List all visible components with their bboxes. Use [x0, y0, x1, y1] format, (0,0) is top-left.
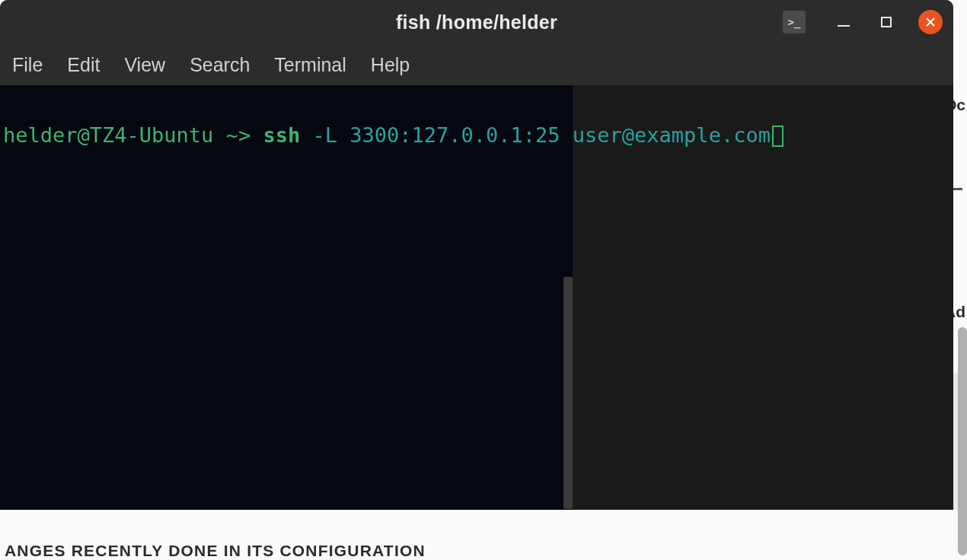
prompt-path: ~ — [226, 123, 238, 147]
command: ssh — [263, 123, 300, 147]
window-controls: >_ — [783, 10, 943, 34]
menubar: File Edit View Search Terminal Help — [0, 44, 953, 85]
page-scrollbar[interactable] — [958, 327, 967, 555]
window-titlebar[interactable]: fish /home/helder >_ — [0, 0, 953, 44]
cursor — [772, 126, 783, 147]
maximize-icon — [881, 17, 892, 27]
prompt-separator — [213, 123, 225, 147]
terminal-scrollbar[interactable] — [563, 277, 573, 509]
background-text-fragment: ANGES RECENTLY DONE IN ITS CONFIGURATION — [5, 542, 426, 560]
menu-terminal[interactable]: Terminal — [274, 54, 346, 76]
menu-edit[interactable]: Edit — [67, 54, 100, 76]
minimize-icon — [838, 25, 850, 27]
terminal-content[interactable]: helder@TZ4-Ubuntu ~> ssh -L 3300:127.0.0… — [0, 85, 573, 148]
terminal-window: fish /home/helder >_ File Edit View Sear… — [0, 0, 953, 510]
prompt-symbol-wrap: > — [238, 123, 263, 147]
terminal-body[interactable]: helder@TZ4-Ubuntu ~> ssh -L 3300:127.0.0… — [0, 85, 573, 510]
terminal-right-panel — [573, 85, 953, 510]
minimize-button[interactable] — [833, 11, 854, 33]
close-icon — [925, 17, 936, 27]
command-args: -L 3300:127.0.0.1:25 user@example.com — [312, 123, 770, 147]
menu-view[interactable]: View — [124, 54, 165, 76]
prompt-user-host: helder@TZ4-Ubuntu — [3, 123, 213, 147]
close-button[interactable] — [918, 10, 943, 34]
menu-search[interactable]: Search — [190, 54, 250, 76]
window-title: fish /home/helder — [396, 11, 557, 33]
maximize-button[interactable] — [876, 11, 897, 33]
menu-file[interactable]: File — [12, 54, 43, 76]
terminal-app-icon: >_ — [783, 11, 806, 33]
command-args-pre — [300, 123, 312, 147]
menu-help[interactable]: Help — [371, 54, 410, 76]
